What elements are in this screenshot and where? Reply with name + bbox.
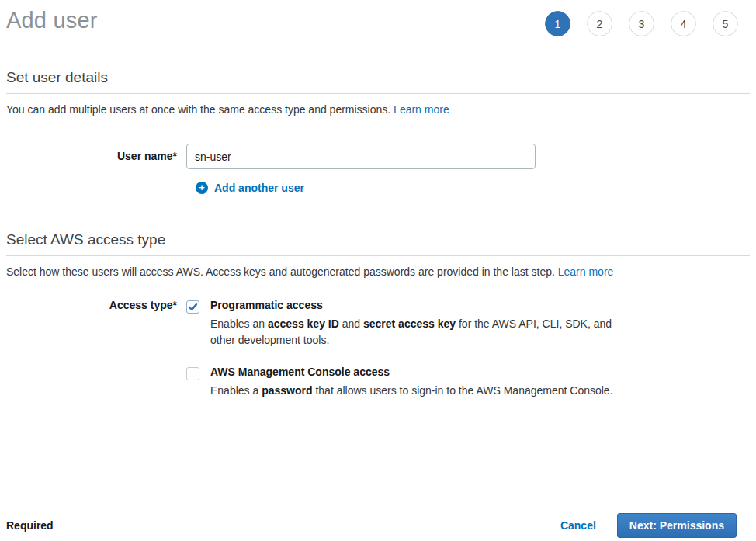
access-type-intro-text: Select how these users will access AWS. … xyxy=(6,265,555,278)
add-another-user-label: Add another user xyxy=(214,182,304,194)
step-1[interactable]: 1 xyxy=(545,11,570,36)
option-console-access: AWS Management Console access Enables a … xyxy=(186,366,620,399)
user-name-row: User name* xyxy=(6,144,750,169)
cancel-button[interactable]: Cancel xyxy=(560,519,596,532)
page-title: Add user xyxy=(6,8,98,33)
required-label: Required xyxy=(6,519,54,532)
footer-actions: Cancel Next: Permissions xyxy=(560,513,737,538)
access-type-label: Access type* xyxy=(6,299,186,399)
access-type-row: Access type* Programmatic access Enables… xyxy=(6,299,750,399)
programmatic-access-desc: Enables an access key ID and secret acce… xyxy=(210,316,620,349)
console-access-text: AWS Management Console access Enables a … xyxy=(210,366,613,399)
step-3[interactable]: 3 xyxy=(629,11,654,36)
console-access-checkbox[interactable] xyxy=(186,367,199,380)
user-details-intro-text: You can add multiple users at once with … xyxy=(6,103,390,116)
step-5[interactable]: 5 xyxy=(713,11,738,36)
add-another-user-button[interactable]: + Add another user xyxy=(196,182,304,194)
step-4[interactable]: 4 xyxy=(671,11,696,36)
user-name-input[interactable] xyxy=(186,144,536,169)
step-2[interactable]: 2 xyxy=(587,11,612,36)
user-name-label: User name* xyxy=(6,144,186,169)
programmatic-access-checkbox[interactable] xyxy=(186,300,199,314)
wizard-step-indicator: 1 2 3 4 5 xyxy=(545,11,738,36)
section-heading-access-type: Select AWS access type xyxy=(6,231,750,256)
user-details-intro: You can add multiple users at once with … xyxy=(6,103,750,116)
learn-more-link-user-details[interactable]: Learn more xyxy=(394,103,449,116)
option-programmatic-access: Programmatic access Enables an access ke… xyxy=(186,299,620,349)
access-type-intro: Select how these users will access AWS. … xyxy=(6,265,750,278)
console-access-desc: Enables a password that allows users to … xyxy=(210,383,613,399)
wizard-footer: Required Cancel Next: Permissions xyxy=(0,508,756,541)
next-permissions-button[interactable]: Next: Permissions xyxy=(617,513,737,538)
console-access-title: AWS Management Console access xyxy=(210,366,613,378)
access-type-options: Programmatic access Enables an access ke… xyxy=(186,299,620,399)
plus-circle-icon: + xyxy=(196,182,208,194)
page-header: Add user 1 2 3 4 5 xyxy=(6,0,750,36)
programmatic-access-title: Programmatic access xyxy=(210,299,620,311)
section-heading-user-details: Set user details xyxy=(6,69,750,94)
add-user-page: Add user 1 2 3 4 5 Set user details You … xyxy=(0,0,756,541)
programmatic-access-text: Programmatic access Enables an access ke… xyxy=(210,299,620,349)
learn-more-link-access-type[interactable]: Learn more xyxy=(558,265,614,278)
checkmark-icon xyxy=(188,302,198,312)
